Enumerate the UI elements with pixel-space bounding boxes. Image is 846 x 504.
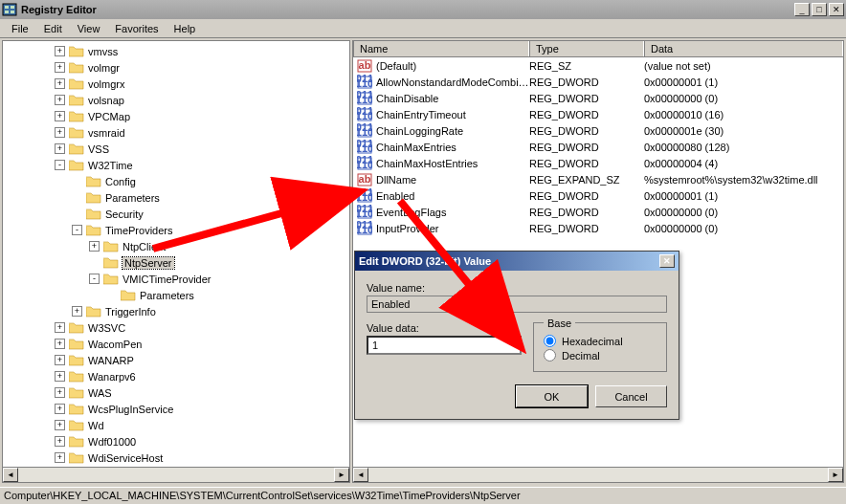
scroll-right-icon[interactable]: ► — [334, 468, 349, 482]
expand-icon[interactable]: + — [55, 62, 65, 73]
radio-dec[interactable]: Decimal — [544, 349, 657, 362]
tree-item[interactable]: +volmgr — [3, 59, 349, 76]
menu-view[interactable]: View — [70, 21, 108, 36]
value-data: 0x00000000 (0) — [644, 223, 843, 234]
dialog-close-button[interactable]: ✕ — [659, 254, 675, 268]
expand-icon[interactable]: + — [55, 78, 65, 89]
tree-item[interactable]: +volsnap — [3, 92, 349, 108]
tree-item[interactable]: +VPCMap — [3, 108, 349, 124]
list-row[interactable]: 011110ChainMaxEntriesREG_DWORD0x00000080… — [353, 139, 843, 155]
expand-icon[interactable]: + — [55, 436, 65, 447]
tree-item[interactable]: NtpServer — [3, 254, 349, 271]
tree-item[interactable]: Security — [3, 206, 349, 222]
maximize-button[interactable]: □ — [812, 3, 827, 16]
tree-item-label: W32Time — [88, 160, 133, 171]
expand-icon[interactable]: + — [55, 322, 65, 333]
svg-text:110: 110 — [357, 159, 372, 170]
tree-item-label: W3SVC — [88, 322, 125, 334]
tree-item[interactable]: Parameters — [3, 287, 349, 303]
tree-item[interactable]: +Wdf01000 — [3, 433, 349, 449]
base-fieldset: Base Hexadecimal Decimal — [533, 322, 667, 372]
tree-item[interactable]: +Wd — [3, 417, 349, 433]
tree-item-label: Security — [105, 208, 144, 220]
expand-icon[interactable]: + — [55, 404, 65, 414]
menu-edit[interactable]: Edit — [36, 21, 70, 36]
tree-item[interactable]: +volmgrx — [3, 76, 349, 92]
col-type[interactable]: Type — [529, 41, 644, 56]
list-row[interactable]: 011110ChainMaxHostEntriesREG_DWORD0x0000… — [353, 155, 843, 171]
tree-item[interactable]: +NtpClient — [3, 238, 349, 254]
expand-icon[interactable]: + — [55, 420, 65, 430]
radio-hex[interactable]: Hexadecimal — [544, 335, 657, 347]
list-row[interactable]: 011110ChainDisableREG_DWORD0x00000000 (0… — [353, 90, 843, 106]
list-row[interactable]: ab(Default)REG_SZ(value not set) — [353, 57, 843, 74]
menu-help[interactable]: Help — [167, 21, 204, 36]
collapse-icon[interactable]: - — [55, 160, 65, 170]
binary-value-icon: 011110 — [357, 91, 372, 106]
tree-item[interactable]: +Wecsvc — [3, 482, 349, 483]
tree-item[interactable]: +WdiServiceHost — [3, 449, 349, 466]
tree-item[interactable]: -TimeProviders — [3, 222, 349, 238]
expand-icon[interactable]: + — [55, 355, 65, 365]
tree-item[interactable]: +W3SVC — [3, 319, 349, 336]
tree-item[interactable]: Config — [3, 173, 349, 189]
folder-icon — [69, 338, 84, 350]
menu-file[interactable]: File — [4, 21, 36, 36]
tree-item[interactable]: -W32Time — [3, 157, 349, 173]
tree-panel[interactable]: +vmvss+volmgr+volmgrx+volsnap+VPCMap+vsm… — [2, 40, 350, 483]
list-row[interactable]: 011110AllowNonstandardModeCombin...REG_D… — [353, 74, 843, 90]
expand-icon[interactable]: + — [89, 241, 100, 252]
tree-item[interactable]: +WAS — [3, 384, 349, 401]
tree-item[interactable]: +VSS — [3, 141, 349, 157]
expand-icon[interactable]: + — [55, 95, 65, 105]
value-data: 0x00000001 (1) — [644, 190, 843, 202]
collapse-icon[interactable]: - — [89, 274, 100, 284]
expand-icon[interactable]: + — [55, 387, 65, 398]
expand-icon[interactable]: + — [55, 339, 65, 349]
expand-icon[interactable]: + — [55, 371, 65, 382]
expand-icon[interactable]: + — [55, 127, 65, 138]
value-name: ChainEntryTimeout — [376, 109, 529, 121]
folder-icon — [69, 419, 84, 431]
folder-icon — [69, 386, 84, 399]
tree-item[interactable]: +vmvss — [3, 43, 349, 59]
expand-icon[interactable]: + — [72, 306, 82, 317]
expand-icon[interactable]: + — [55, 111, 65, 121]
collapse-icon[interactable]: - — [72, 225, 82, 235]
cancel-button[interactable]: Cancel — [595, 385, 667, 407]
tree-item[interactable]: -VMICTimeProvider — [3, 271, 349, 287]
tree-hscroll[interactable]: ◄ ► — [3, 467, 349, 482]
tree-item[interactable]: +Wanarpv6 — [3, 368, 349, 384]
scroll-left-icon[interactable]: ◄ — [3, 468, 18, 482]
scroll-left-icon[interactable]: ◄ — [353, 468, 368, 482]
menu-favorites[interactable]: Favorites — [107, 21, 166, 36]
list-row[interactable]: 011110EventLogFlagsREG_DWORD0x00000000 (… — [353, 204, 843, 220]
list-row[interactable]: 011110InputProviderREG_DWORD0x00000000 (… — [353, 220, 843, 236]
list-row[interactable]: 011110ChainLoggingRateREG_DWORD0x0000001… — [353, 122, 843, 139]
expand-icon[interactable]: + — [55, 46, 65, 56]
value-name: (Default) — [376, 60, 529, 72]
dialog-titlebar[interactable]: Edit DWORD (32-bit) Value ✕ — [355, 252, 679, 271]
expand-icon[interactable]: + — [55, 452, 65, 463]
list-hscroll[interactable]: ◄ ► — [353, 467, 843, 482]
folder-icon — [103, 240, 119, 252]
ok-button[interactable]: OK — [516, 385, 588, 407]
tree-item[interactable]: +WacomPen — [3, 336, 349, 352]
valuedata-field[interactable] — [367, 336, 522, 355]
close-button[interactable]: ✕ — [829, 3, 844, 16]
tree-item[interactable]: +WANARP — [3, 352, 349, 368]
col-name[interactable]: Name — [353, 41, 529, 56]
minimize-button[interactable]: _ — [794, 3, 810, 16]
col-data[interactable]: Data — [644, 41, 843, 56]
scroll-right-icon[interactable]: ► — [828, 468, 843, 482]
svg-rect-1 — [5, 6, 9, 9]
tree-item[interactable]: +vsmraid — [3, 124, 349, 141]
expand-icon[interactable]: + — [55, 143, 65, 154]
list-row[interactable]: 011110EnabledREG_DWORD0x00000001 (1) — [353, 187, 843, 204]
list-row[interactable]: 011110ChainEntryTimeoutREG_DWORD0x000000… — [353, 106, 843, 122]
tree-item[interactable]: +TriggerInfo — [3, 303, 349, 319]
tree-item[interactable]: +WcsPlugInService — [3, 401, 349, 417]
tree-item[interactable]: Parameters — [3, 189, 349, 206]
tree-item-label: WacomPen — [88, 339, 142, 350]
list-row[interactable]: abDllNameREG_EXPAND_SZ%systemroot%\syste… — [353, 171, 843, 187]
